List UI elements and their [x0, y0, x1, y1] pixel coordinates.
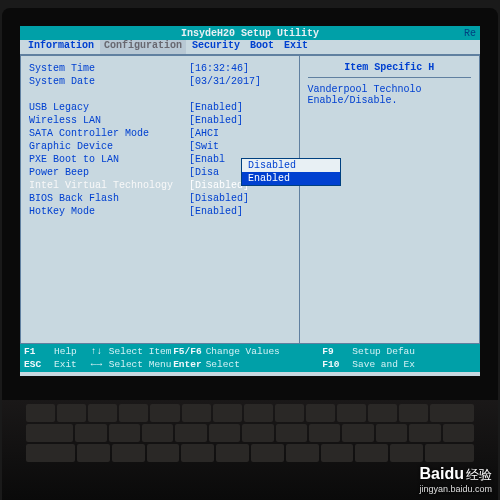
hint-select-menu: Select Menu — [109, 359, 172, 370]
value: [Swit — [189, 141, 219, 152]
arrow-updown-icon: ↑↓ — [91, 346, 105, 357]
menu-boot[interactable]: Boot — [246, 40, 278, 54]
label: BIOS Back Flash — [29, 193, 189, 204]
hint-setup-default: Setup Defau — [352, 346, 415, 357]
value: [Enabl — [189, 154, 225, 165]
bios-screen: InsydeH20 Setup Utility Re Information C… — [20, 26, 480, 376]
key-enter: Enter — [173, 359, 202, 370]
menu-configuration[interactable]: Configuration — [100, 40, 186, 54]
menu-exit[interactable]: Exit — [280, 40, 312, 54]
watermark-cn: 经验 — [466, 467, 492, 482]
key-esc: ESC — [24, 359, 50, 370]
help-text-2: Enable/Disable. — [308, 95, 471, 106]
hint-exit: Exit — [54, 359, 77, 370]
setting-system-time[interactable]: System Time [16:32:46] — [29, 62, 291, 75]
laptop-frame: InsydeH20 Setup Utility Re Information C… — [2, 8, 498, 500]
help-title: Item Specific H — [308, 62, 471, 78]
label: USB Legacy — [29, 102, 189, 113]
value: [Disabled] — [189, 180, 249, 191]
hint-select: Select — [206, 359, 240, 370]
value: [Enabled] — [189, 206, 243, 217]
value: [Disabled] — [189, 193, 249, 204]
settings-panel: System Time [16:32:46] System Date [03/3… — [20, 55, 299, 344]
label: Graphic Device — [29, 141, 189, 152]
label: HotKey Mode — [29, 206, 189, 217]
setting-hotkey-mode[interactable]: HotKey Mode [Enabled] — [29, 205, 291, 218]
value: [03/31/2017] — [189, 76, 261, 87]
label: System Time — [29, 63, 189, 74]
menu-bar[interactable]: Information Configuration Security Boot … — [20, 40, 480, 54]
utility-title: InsydeH20 Setup Utility — [181, 28, 319, 39]
main-area: System Time [16:32:46] System Date [03/3… — [20, 54, 480, 344]
label: Intel Virtual Technology — [29, 180, 189, 191]
label: Wireless LAN — [29, 115, 189, 126]
value: [Disa — [189, 167, 219, 178]
value: [Enabled] — [189, 102, 243, 113]
key-f10: F10 — [322, 359, 348, 370]
setting-usb-legacy[interactable]: USB Legacy [Enabled] — [29, 101, 291, 114]
footer-bar: F1Help↑↓Select Item F5/F6Change Values F… — [20, 344, 480, 372]
key-f9: F9 — [322, 346, 348, 357]
watermark-url: jingyan.baidu.com — [419, 484, 492, 494]
hint-help: Help — [54, 346, 77, 357]
setting-graphic-device[interactable]: Graphic Device [Swit — [29, 140, 291, 153]
help-text-1: Vanderpool Technolo — [308, 84, 471, 95]
key-f1: F1 — [24, 346, 50, 357]
menu-information[interactable]: Information — [24, 40, 98, 54]
option-dropdown[interactable]: Disabled Enabled — [241, 158, 341, 186]
watermark-logo: Baidu — [420, 465, 464, 482]
value: [AHCI — [189, 128, 219, 139]
hint-select-item: Select Item — [109, 346, 172, 357]
label: SATA Controller Mode — [29, 128, 189, 139]
value: [16:32:46] — [189, 63, 249, 74]
key-f5f6: F5/F6 — [173, 346, 202, 357]
label: PXE Boot to LAN — [29, 154, 189, 165]
label: Power Beep — [29, 167, 189, 178]
setting-bios-back-flash[interactable]: BIOS Back Flash [Disabled] — [29, 192, 291, 205]
help-panel: Item Specific H Vanderpool Technolo Enab… — [299, 55, 480, 344]
title-bar: InsydeH20 Setup Utility Re — [20, 26, 480, 40]
dropdown-enabled[interactable]: Enabled — [242, 172, 340, 185]
arrow-leftright-icon: ←→ — [91, 359, 105, 370]
setting-system-date[interactable]: System Date [03/31/2017] — [29, 75, 291, 88]
dropdown-disabled[interactable]: Disabled — [242, 159, 340, 172]
revision: Re — [464, 28, 476, 39]
hint-save-exit: Save and Ex — [352, 359, 415, 370]
label: System Date — [29, 76, 189, 87]
setting-sata-mode[interactable]: SATA Controller Mode [AHCI — [29, 127, 291, 140]
hint-change-values: Change Values — [206, 346, 280, 357]
setting-wireless-lan[interactable]: Wireless LAN [Enabled] — [29, 114, 291, 127]
watermark: Baidu经验 jingyan.baidu.com — [419, 465, 492, 494]
value: [Enabled] — [189, 115, 243, 126]
menu-security[interactable]: Security — [188, 40, 244, 54]
